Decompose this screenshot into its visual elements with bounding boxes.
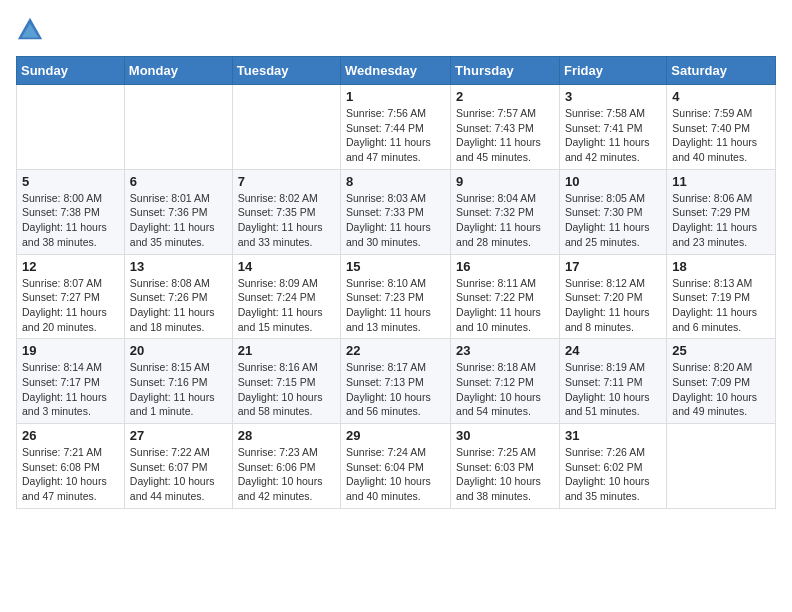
day-info: Sunrise: 8:07 AM Sunset: 7:27 PM Dayligh… bbox=[22, 276, 119, 335]
calendar-week-row: 26Sunrise: 7:21 AM Sunset: 6:08 PM Dayli… bbox=[17, 424, 776, 509]
calendar-cell: 19Sunrise: 8:14 AM Sunset: 7:17 PM Dayli… bbox=[17, 339, 125, 424]
calendar-cell: 6Sunrise: 8:01 AM Sunset: 7:36 PM Daylig… bbox=[124, 169, 232, 254]
calendar-cell: 28Sunrise: 7:23 AM Sunset: 6:06 PM Dayli… bbox=[232, 424, 340, 509]
day-info: Sunrise: 8:11 AM Sunset: 7:22 PM Dayligh… bbox=[456, 276, 554, 335]
calendar-header-wednesday: Wednesday bbox=[341, 57, 451, 85]
day-info: Sunrise: 7:59 AM Sunset: 7:40 PM Dayligh… bbox=[672, 106, 770, 165]
day-number: 16 bbox=[456, 259, 554, 274]
calendar-cell: 21Sunrise: 8:16 AM Sunset: 7:15 PM Dayli… bbox=[232, 339, 340, 424]
day-number: 31 bbox=[565, 428, 661, 443]
day-info: Sunrise: 8:04 AM Sunset: 7:32 PM Dayligh… bbox=[456, 191, 554, 250]
calendar-cell bbox=[17, 85, 125, 170]
calendar-cell: 4Sunrise: 7:59 AM Sunset: 7:40 PM Daylig… bbox=[667, 85, 776, 170]
day-info: Sunrise: 8:17 AM Sunset: 7:13 PM Dayligh… bbox=[346, 360, 445, 419]
day-number: 14 bbox=[238, 259, 335, 274]
calendar-cell: 24Sunrise: 8:19 AM Sunset: 7:11 PM Dayli… bbox=[559, 339, 666, 424]
day-number: 19 bbox=[22, 343, 119, 358]
day-info: Sunrise: 8:20 AM Sunset: 7:09 PM Dayligh… bbox=[672, 360, 770, 419]
calendar-cell: 15Sunrise: 8:10 AM Sunset: 7:23 PM Dayli… bbox=[341, 254, 451, 339]
day-number: 12 bbox=[22, 259, 119, 274]
calendar-header-monday: Monday bbox=[124, 57, 232, 85]
day-info: Sunrise: 8:06 AM Sunset: 7:29 PM Dayligh… bbox=[672, 191, 770, 250]
logo-icon bbox=[16, 16, 44, 44]
day-info: Sunrise: 8:03 AM Sunset: 7:33 PM Dayligh… bbox=[346, 191, 445, 250]
calendar-header-tuesday: Tuesday bbox=[232, 57, 340, 85]
calendar-cell: 2Sunrise: 7:57 AM Sunset: 7:43 PM Daylig… bbox=[451, 85, 560, 170]
day-info: Sunrise: 7:23 AM Sunset: 6:06 PM Dayligh… bbox=[238, 445, 335, 504]
day-number: 24 bbox=[565, 343, 661, 358]
day-number: 25 bbox=[672, 343, 770, 358]
day-number: 4 bbox=[672, 89, 770, 104]
day-info: Sunrise: 7:24 AM Sunset: 6:04 PM Dayligh… bbox=[346, 445, 445, 504]
calendar-header-row: SundayMondayTuesdayWednesdayThursdayFrid… bbox=[17, 57, 776, 85]
day-info: Sunrise: 8:09 AM Sunset: 7:24 PM Dayligh… bbox=[238, 276, 335, 335]
day-number: 9 bbox=[456, 174, 554, 189]
day-info: Sunrise: 7:26 AM Sunset: 6:02 PM Dayligh… bbox=[565, 445, 661, 504]
day-number: 13 bbox=[130, 259, 227, 274]
logo bbox=[16, 16, 48, 44]
calendar-week-row: 19Sunrise: 8:14 AM Sunset: 7:17 PM Dayli… bbox=[17, 339, 776, 424]
calendar-week-row: 1Sunrise: 7:56 AM Sunset: 7:44 PM Daylig… bbox=[17, 85, 776, 170]
day-info: Sunrise: 8:01 AM Sunset: 7:36 PM Dayligh… bbox=[130, 191, 227, 250]
calendar-cell: 12Sunrise: 8:07 AM Sunset: 7:27 PM Dayli… bbox=[17, 254, 125, 339]
day-number: 10 bbox=[565, 174, 661, 189]
calendar-cell: 13Sunrise: 8:08 AM Sunset: 7:26 PM Dayli… bbox=[124, 254, 232, 339]
day-info: Sunrise: 8:02 AM Sunset: 7:35 PM Dayligh… bbox=[238, 191, 335, 250]
day-number: 6 bbox=[130, 174, 227, 189]
calendar-cell: 27Sunrise: 7:22 AM Sunset: 6:07 PM Dayli… bbox=[124, 424, 232, 509]
day-number: 22 bbox=[346, 343, 445, 358]
day-number: 20 bbox=[130, 343, 227, 358]
day-number: 29 bbox=[346, 428, 445, 443]
day-number: 5 bbox=[22, 174, 119, 189]
calendar-cell: 31Sunrise: 7:26 AM Sunset: 6:02 PM Dayli… bbox=[559, 424, 666, 509]
calendar-cell: 3Sunrise: 7:58 AM Sunset: 7:41 PM Daylig… bbox=[559, 85, 666, 170]
day-number: 7 bbox=[238, 174, 335, 189]
day-number: 23 bbox=[456, 343, 554, 358]
calendar-week-row: 12Sunrise: 8:07 AM Sunset: 7:27 PM Dayli… bbox=[17, 254, 776, 339]
day-info: Sunrise: 7:25 AM Sunset: 6:03 PM Dayligh… bbox=[456, 445, 554, 504]
day-number: 30 bbox=[456, 428, 554, 443]
calendar-cell: 23Sunrise: 8:18 AM Sunset: 7:12 PM Dayli… bbox=[451, 339, 560, 424]
day-info: Sunrise: 7:58 AM Sunset: 7:41 PM Dayligh… bbox=[565, 106, 661, 165]
day-info: Sunrise: 7:21 AM Sunset: 6:08 PM Dayligh… bbox=[22, 445, 119, 504]
calendar-cell: 18Sunrise: 8:13 AM Sunset: 7:19 PM Dayli… bbox=[667, 254, 776, 339]
day-info: Sunrise: 8:10 AM Sunset: 7:23 PM Dayligh… bbox=[346, 276, 445, 335]
calendar-cell: 25Sunrise: 8:20 AM Sunset: 7:09 PM Dayli… bbox=[667, 339, 776, 424]
calendar-cell: 8Sunrise: 8:03 AM Sunset: 7:33 PM Daylig… bbox=[341, 169, 451, 254]
calendar-table: SundayMondayTuesdayWednesdayThursdayFrid… bbox=[16, 56, 776, 509]
day-number: 11 bbox=[672, 174, 770, 189]
calendar-header-friday: Friday bbox=[559, 57, 666, 85]
calendar-header-sunday: Sunday bbox=[17, 57, 125, 85]
calendar-cell: 7Sunrise: 8:02 AM Sunset: 7:35 PM Daylig… bbox=[232, 169, 340, 254]
day-info: Sunrise: 8:16 AM Sunset: 7:15 PM Dayligh… bbox=[238, 360, 335, 419]
calendar-cell: 10Sunrise: 8:05 AM Sunset: 7:30 PM Dayli… bbox=[559, 169, 666, 254]
day-info: Sunrise: 8:00 AM Sunset: 7:38 PM Dayligh… bbox=[22, 191, 119, 250]
calendar-cell: 29Sunrise: 7:24 AM Sunset: 6:04 PM Dayli… bbox=[341, 424, 451, 509]
day-number: 27 bbox=[130, 428, 227, 443]
day-info: Sunrise: 8:05 AM Sunset: 7:30 PM Dayligh… bbox=[565, 191, 661, 250]
day-info: Sunrise: 8:14 AM Sunset: 7:17 PM Dayligh… bbox=[22, 360, 119, 419]
calendar-cell: 5Sunrise: 8:00 AM Sunset: 7:38 PM Daylig… bbox=[17, 169, 125, 254]
day-number: 17 bbox=[565, 259, 661, 274]
day-info: Sunrise: 7:57 AM Sunset: 7:43 PM Dayligh… bbox=[456, 106, 554, 165]
calendar-cell: 14Sunrise: 8:09 AM Sunset: 7:24 PM Dayli… bbox=[232, 254, 340, 339]
calendar-cell: 20Sunrise: 8:15 AM Sunset: 7:16 PM Dayli… bbox=[124, 339, 232, 424]
page-header bbox=[16, 16, 776, 44]
calendar-cell: 16Sunrise: 8:11 AM Sunset: 7:22 PM Dayli… bbox=[451, 254, 560, 339]
calendar-cell bbox=[124, 85, 232, 170]
calendar-header-saturday: Saturday bbox=[667, 57, 776, 85]
day-info: Sunrise: 8:18 AM Sunset: 7:12 PM Dayligh… bbox=[456, 360, 554, 419]
day-info: Sunrise: 7:22 AM Sunset: 6:07 PM Dayligh… bbox=[130, 445, 227, 504]
day-info: Sunrise: 8:13 AM Sunset: 7:19 PM Dayligh… bbox=[672, 276, 770, 335]
day-info: Sunrise: 8:15 AM Sunset: 7:16 PM Dayligh… bbox=[130, 360, 227, 419]
day-info: Sunrise: 8:08 AM Sunset: 7:26 PM Dayligh… bbox=[130, 276, 227, 335]
day-number: 21 bbox=[238, 343, 335, 358]
day-number: 28 bbox=[238, 428, 335, 443]
calendar-week-row: 5Sunrise: 8:00 AM Sunset: 7:38 PM Daylig… bbox=[17, 169, 776, 254]
day-number: 15 bbox=[346, 259, 445, 274]
calendar-cell: 11Sunrise: 8:06 AM Sunset: 7:29 PM Dayli… bbox=[667, 169, 776, 254]
day-number: 8 bbox=[346, 174, 445, 189]
calendar-cell: 17Sunrise: 8:12 AM Sunset: 7:20 PM Dayli… bbox=[559, 254, 666, 339]
calendar-cell: 9Sunrise: 8:04 AM Sunset: 7:32 PM Daylig… bbox=[451, 169, 560, 254]
day-number: 26 bbox=[22, 428, 119, 443]
